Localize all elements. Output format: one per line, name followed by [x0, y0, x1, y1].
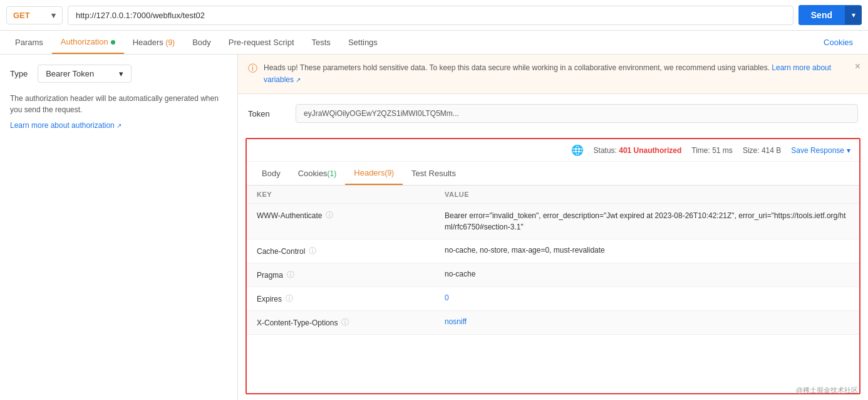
type-select-chevron-icon: ▾ — [119, 69, 123, 78]
info-icon[interactable]: ⓘ — [341, 317, 349, 328]
save-response-chevron-icon: ▾ — [847, 146, 850, 155]
table-row: WWW-Authenticate ⓘBearer error="invalid_… — [247, 204, 859, 239]
learn-more-auth-link[interactable]: Learn more about authorization — [10, 121, 121, 130]
url-input[interactable] — [68, 6, 793, 25]
type-label: Type — [10, 69, 28, 78]
top-bar: GET ▾ Send ▾ — [0, 0, 868, 31]
type-select[interactable]: Bearer Token ▾ — [38, 65, 132, 83]
time-text: Time: 51 ms — [691, 146, 733, 155]
auth-right-panel: ⓘ Heads up! These parameters hold sensit… — [238, 55, 868, 399]
warning-close-icon[interactable]: × — [855, 61, 860, 72]
status-label: Status: 401 Unauthorized — [594, 146, 682, 155]
auth-left-panel: Type Bearer Token ▾ The authorization he… — [0, 55, 238, 399]
globe-icon: 🌐 — [571, 144, 584, 156]
key-text: Pragma — [257, 271, 283, 280]
headers-table: KEY VALUE WWW-Authenticate ⓘBearer error… — [247, 186, 859, 393]
method-chevron-icon: ▾ — [51, 11, 56, 20]
key-text: X-Content-Type-Options — [257, 318, 338, 327]
value-cell: 0 — [445, 293, 849, 302]
response-tab-body[interactable]: Body — [253, 162, 289, 184]
headers-rows: WWW-Authenticate ⓘBearer error="invalid_… — [247, 204, 859, 335]
value-cell: no-cache, no-store, max-age=0, must-reva… — [445, 246, 849, 255]
token-label: Token — [248, 109, 286, 118]
info-icon[interactable]: ⓘ — [287, 270, 294, 280]
tab-params[interactable]: Params — [6, 31, 52, 53]
send-button[interactable]: Send — [798, 5, 845, 25]
cookies-link[interactable]: Cookies — [815, 31, 862, 53]
type-row: Type Bearer Token ▾ — [10, 65, 227, 83]
warning-banner: ⓘ Heads up! These parameters hold sensit… — [238, 55, 868, 94]
key-cell: WWW-Authenticate ⓘ — [257, 210, 445, 221]
tab-body[interactable]: Body — [183, 31, 220, 53]
value-cell: Bearer error="invalid_token", error_desc… — [445, 210, 849, 233]
key-cell: Pragma ⓘ — [257, 270, 445, 280]
key-cell: Expires ⓘ — [257, 293, 445, 304]
tab-settings[interactable]: Settings — [339, 31, 386, 53]
key-cell: Cache-Control ⓘ — [257, 246, 445, 256]
info-icon[interactable]: ⓘ — [309, 246, 316, 256]
key-text: Expires — [257, 295, 282, 303]
response-tab-cookies[interactable]: Cookies(1) — [289, 162, 346, 184]
main-content: Type Bearer Token ▾ The authorization he… — [0, 55, 868, 399]
tab-pre-request-script[interactable]: Pre-request Script — [220, 31, 303, 53]
response-area: 🌐 Status: 401 Unauthorized Time: 51 ms S… — [245, 138, 860, 394]
tab-headers[interactable]: Headers (9) — [124, 31, 183, 53]
response-tab-test-results[interactable]: Test Results — [403, 162, 465, 184]
key-text: WWW-Authenticate — [257, 211, 322, 220]
response-tab-bar: Body Cookies(1) Headers(9) Test Results — [247, 162, 859, 186]
table-row: Pragma ⓘno-cache — [247, 263, 859, 287]
value-cell: no-cache — [445, 270, 849, 278]
info-icon[interactable]: ⓘ — [326, 210, 333, 221]
col-key-header: KEY — [257, 191, 445, 198]
col-value-header: VALUE — [445, 191, 849, 198]
warning-icon: ⓘ — [248, 63, 257, 75]
table-row: Cache-Control ⓘno-cache, no-store, max-a… — [247, 239, 859, 263]
value-cell: nosniff — [445, 317, 849, 326]
type-select-value: Bearer Token — [46, 69, 94, 78]
warning-text: Heads up! These parameters hold sensitiv… — [264, 62, 858, 86]
tab-tests[interactable]: Tests — [303, 31, 339, 53]
key-text: Cache-Control — [257, 247, 305, 256]
token-input[interactable] — [296, 104, 858, 123]
key-cell: X-Content-Type-Options ⓘ — [257, 317, 445, 328]
status-code: 401 Unauthorized — [619, 146, 681, 155]
method-select[interactable]: GET ▾ — [6, 6, 63, 24]
table-row: Expires ⓘ0 — [247, 287, 859, 311]
tab-authorization[interactable]: Authorization — [52, 31, 124, 54]
table-header: KEY VALUE — [247, 186, 859, 204]
send-dropdown-button[interactable]: ▾ — [845, 6, 862, 24]
info-icon[interactable]: ⓘ — [286, 293, 293, 304]
response-status-bar: 🌐 Status: 401 Unauthorized Time: 51 ms S… — [247, 139, 859, 162]
size-text: Size: 414 B — [743, 146, 781, 155]
send-button-group: Send ▾ — [798, 5, 862, 25]
authorization-dot — [111, 40, 115, 45]
response-tab-headers[interactable]: Headers(9) — [345, 162, 403, 185]
save-response-button[interactable]: Save Response ▾ — [791, 146, 850, 155]
table-row: X-Content-Type-Options ⓘnosniff — [247, 311, 859, 335]
token-row: Token — [238, 94, 868, 133]
method-value: GET — [13, 11, 30, 20]
watermark: @稀土掘金技术社区 — [796, 386, 858, 395]
auth-description: The authorization header will be automat… — [10, 93, 227, 115]
request-tab-bar: Params Authorization Headers (9) Body Pr… — [0, 31, 868, 55]
